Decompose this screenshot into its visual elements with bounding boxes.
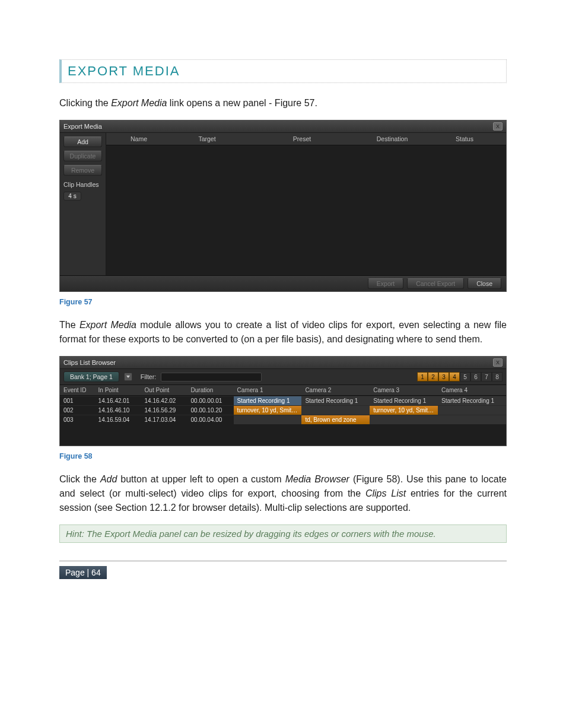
table-cell[interactable]: turnover, 10 yd, Smith overhea (370, 405, 438, 415)
page-button-2[interactable]: 2 (428, 372, 438, 382)
page-button-1[interactable]: 1 (417, 372, 428, 382)
table-cell[interactable]: 00.00.04.00 (187, 415, 234, 424)
table-cell[interactable]: Started Recording 1 (301, 396, 370, 405)
export-sidebar: Add Duplicate Remove Clip Handles 4 s (60, 133, 106, 275)
page-number: Page | 64 (59, 566, 107, 579)
export-column-headers: Name Target Preset Destination Status (106, 133, 506, 145)
table-cell[interactable]: Started Recording 1 (234, 396, 302, 405)
clips-col-camera-2[interactable]: Camera 2 (301, 385, 370, 395)
section-heading: EXPORT MEDIA (68, 63, 500, 79)
intro-em: Export Media (111, 98, 167, 108)
clips-col-camera-3[interactable]: Camera 3 (370, 385, 438, 395)
clips-title: Clips List Browser (63, 359, 116, 366)
clip-handles-input[interactable]: 4 s (63, 192, 81, 201)
duplicate-button[interactable]: Duplicate (63, 151, 102, 161)
clips-col-camera-1[interactable]: Camera 1 (234, 385, 302, 395)
table-cell[interactable]: 14.16.42.02 (141, 396, 187, 405)
table-cell[interactable]: Started Recording 1 (438, 396, 506, 405)
bank-dropdown-arrow-icon[interactable] (124, 373, 132, 381)
close-button[interactable]: Close (468, 278, 501, 289)
table-cell[interactable] (370, 415, 438, 424)
table-cell[interactable]: 00.00.00.01 (187, 396, 234, 405)
export-title: Export Media (63, 123, 102, 130)
page-button-4[interactable]: 4 (449, 372, 460, 382)
export-footer: Export Cancel Export Close (60, 275, 506, 291)
figure-57-caption: Figure 57 (59, 298, 507, 306)
export-button[interactable]: Export (368, 278, 403, 289)
table-cell[interactable]: 00.00.10.20 (187, 405, 234, 415)
col-preset[interactable]: Preset (243, 133, 361, 145)
page-selector: 12345678 (417, 372, 503, 382)
table-cell[interactable]: Started Recording 1 (370, 396, 438, 405)
table-cell[interactable]: 003 (60, 415, 95, 424)
clips-col-in-point[interactable]: In Point (95, 385, 141, 395)
hint-box: Hint: The Export Media panel can be resi… (59, 524, 507, 543)
figure-58-caption: Figure 58 (59, 452, 507, 460)
section-heading-box: EXPORT MEDIA (59, 59, 507, 83)
col-status[interactable]: Status (423, 133, 506, 145)
export-titlebar[interactable]: Export Media X (60, 120, 506, 133)
clips-grid: Event IDIn PointOut PointDurationCamera … (60, 385, 506, 446)
export-rows-empty (106, 145, 506, 275)
table-row[interactable]: 00314.16.59.0414.17.03.0400.00.04.00td, … (60, 415, 506, 424)
table-cell[interactable] (438, 405, 506, 415)
filter-label: Filter: (141, 373, 156, 380)
page-button-3[interactable]: 3 (438, 372, 449, 382)
intro-post: link opens a new panel - Figure 57. (167, 98, 317, 108)
table-row[interactable]: 00114.16.42.0114.16.42.0200.00.00.01Star… (60, 396, 506, 405)
page-button-8[interactable]: 8 (492, 372, 503, 382)
page-button-7[interactable]: 7 (481, 372, 492, 382)
bank-dropdown-label: Bank 1; Page 1 (70, 373, 113, 380)
page-button-6[interactable]: 6 (470, 372, 481, 382)
table-cell[interactable]: 14.16.59.04 (95, 415, 141, 424)
clips-col-camera-4[interactable]: Camera 4 (438, 385, 506, 395)
clips-list-browser-panel: Clips List Browser X Bank 1; Page 1 Filt… (59, 356, 507, 446)
close-icon[interactable]: X (493, 358, 503, 367)
clips-grid-header: Event IDIn PointOut PointDurationCamera … (60, 385, 506, 396)
filter-input[interactable] (161, 373, 262, 382)
clips-grid-empty-space (60, 424, 506, 446)
clips-col-event-id[interactable]: Event ID (60, 385, 95, 395)
table-cell[interactable]: 001 (60, 396, 95, 405)
footer-rule (59, 561, 507, 561)
clips-col-duration[interactable]: Duration (187, 385, 234, 395)
table-cell[interactable]: 14.16.42.01 (95, 396, 141, 405)
table-row[interactable]: 00214.16.46.1014.16.56.2900.00.10.20turn… (60, 405, 506, 415)
table-cell[interactable]: 14.17.03.04 (141, 415, 187, 424)
table-cell[interactable]: td, Brown end zone (301, 415, 370, 424)
paragraph-3: Click the Add button at upper left to op… (59, 472, 507, 515)
bank-dropdown[interactable]: Bank 1; Page 1 (63, 371, 119, 382)
table-cell[interactable]: 14.16.56.29 (141, 405, 187, 415)
remove-button[interactable]: Remove (63, 165, 102, 176)
close-icon[interactable]: X (493, 122, 503, 131)
table-cell[interactable]: 14.16.46.10 (95, 405, 141, 415)
intro-pre: Clicking the (59, 98, 111, 108)
table-cell[interactable] (301, 405, 370, 415)
table-cell[interactable]: 002 (60, 405, 95, 415)
table-cell[interactable]: turnover, 10 yd, Smith remote (234, 405, 302, 415)
paragraph-2: The Export Media module allows you to cr… (59, 318, 507, 346)
clip-handles-label: Clip Handles (63, 181, 102, 188)
clips-titlebar[interactable]: Clips List Browser X (60, 357, 506, 369)
intro-paragraph: Clicking the Export Media link opens a n… (59, 96, 507, 110)
clips-col-out-point[interactable]: Out Point (141, 385, 187, 395)
table-cell[interactable] (438, 415, 506, 424)
col-name[interactable]: Name (106, 133, 171, 145)
cancel-export-button[interactable]: Cancel Export (407, 278, 464, 289)
col-target[interactable]: Target (171, 133, 243, 145)
page-button-5[interactable]: 5 (460, 372, 470, 382)
export-media-panel: Export Media X Add Duplicate Remove Clip… (59, 120, 507, 292)
clips-toolbar: Bank 1; Page 1 Filter: 12345678 (60, 369, 506, 385)
add-button[interactable]: Add (63, 136, 102, 147)
table-cell[interactable] (234, 415, 302, 424)
col-destination[interactable]: Destination (361, 133, 423, 145)
